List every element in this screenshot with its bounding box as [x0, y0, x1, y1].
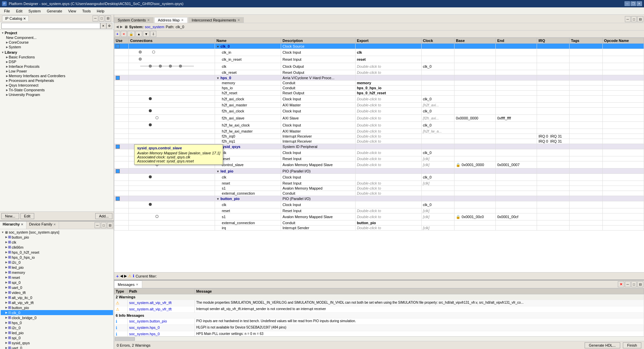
address-map-close[interactable]: ✕: [181, 18, 184, 22]
table-row[interactable]: ▼ led_pio PIO (Parallel I/O): [114, 168, 644, 174]
table-row[interactable]: ▼ button_pio PIO (Parallel I/O): [114, 196, 644, 201]
use-checkbox[interactable]: [116, 145, 120, 149]
system-minimize[interactable]: ─: [625, 16, 631, 22]
lib-processors[interactable]: ▶ Processors and Peripherals: [1, 78, 113, 83]
table-row[interactable]: memory Conduit memory: [114, 81, 644, 86]
hier-i2c0[interactable]: ▶ ⊞ i2c_0: [1, 260, 113, 265]
project-new-component[interactable]: New Component...: [1, 35, 113, 40]
hier-clk-0[interactable]: ▶ ⊞ clk_0: [1, 310, 113, 315]
lock-button[interactable]: 🔒: [127, 31, 135, 37]
table-row[interactable]: h2f_axi_master AXI Master Double-click t…: [114, 103, 644, 108]
system-contents-tab[interactable]: System Contents ✕: [114, 17, 154, 23]
messages-close-btn[interactable]: ✕: [618, 281, 624, 287]
messages-scrollbar[interactable]: [114, 336, 644, 341]
hierarchy-restore[interactable]: ⊟: [107, 222, 113, 228]
hier-alt-vip-vfr[interactable]: ▶ ⊞ alt_vip_vfr_tft: [1, 300, 113, 305]
msg-path-link[interactable]: soc_system.alt_vip_vfr_tft: [129, 307, 172, 311]
ip-catalog-close[interactable]: ✕: [23, 17, 26, 20]
expand-button[interactable]: ▼: [216, 197, 219, 201]
table-row[interactable]: f2h_irq0 Interrupt Receiver Double-click…: [114, 134, 644, 139]
hier-root[interactable]: ▼ 🖥 soc_system [soc_system.qsys]: [1, 230, 113, 235]
lib-dsp[interactable]: ▶ DSP: [1, 59, 113, 64]
lib-university[interactable]: ▶ University Program: [1, 92, 113, 97]
hierarchy-tab[interactable]: Hierarchy ✕: [0, 221, 26, 229]
msg-row[interactable]: ℹ soc_system.button_pio PIO inputs are n…: [114, 318, 644, 325]
hier-clk66m[interactable]: ▶ ⊞ clk66m: [1, 245, 113, 250]
table-row[interactable]: ▼ clk_0 Clock Source: [114, 44, 644, 49]
hierarchy-tab-close[interactable]: ✕: [21, 223, 23, 226]
lib-qsys-interconnect[interactable]: ▶ Qsys Interconnect: [1, 83, 113, 88]
project-header[interactable]: ▼ Project: [1, 31, 113, 35]
table-row[interactable]: clk Clock Output Double-click to clk_0: [114, 63, 644, 70]
close-button[interactable]: ✕: [637, 1, 642, 6]
table-row[interactable]: reset Reset Input Double-click to [clk]: [114, 181, 644, 186]
hier-uart0[interactable]: ▶ ⊞ uart_0: [1, 285, 113, 290]
search-settings-button[interactable]: ⚙: [106, 23, 112, 29]
ip-catalog-restore[interactable]: ⊟: [105, 15, 111, 21]
menu-generate[interactable]: Generate: [44, 8, 65, 14]
lib-tri-state[interactable]: ▶ Tri-State Components: [1, 88, 113, 92]
hier-hps-io[interactable]: ▶ ⊞ hps_0_hps_io: [1, 255, 113, 260]
expand-button[interactable]: ▼: [216, 170, 219, 173]
table-row[interactable]: clk Clock Input clk_0: [114, 201, 644, 208]
table-row[interactable]: h2f_axi_clock Clock Input Double-click t…: [114, 96, 644, 103]
table-row[interactable]: hps_io Conduit hps_0_hps_io: [114, 86, 644, 91]
ip-catalog-tab[interactable]: IP Catalog ✕: [2, 15, 29, 21]
table-row[interactable]: external_connection Conduit button_pio: [114, 220, 644, 226]
hier-led-pio[interactable]: ▶ ⊞ led_pio: [1, 265, 113, 270]
path-forward-button[interactable]: ▶: [120, 25, 123, 29]
hier-memory[interactable]: ▶ ⊞ memory: [1, 270, 113, 275]
filter-nav-back[interactable]: ◀: [120, 274, 123, 278]
finish-button[interactable]: Finish: [623, 342, 641, 348]
restore-button[interactable]: ❐: [631, 1, 636, 6]
hier-button-pio[interactable]: ▶ ⊞ button_pio: [1, 235, 113, 240]
messages-tab-close[interactable]: ✕: [136, 283, 139, 286]
lib-interface-protocols[interactable]: ▶ Interface Protocols: [1, 64, 113, 69]
ip-catalog-maximize[interactable]: □: [99, 15, 104, 21]
menu-file[interactable]: File: [1, 8, 13, 14]
table-row[interactable]: ▼ hps_0 Arria V/Cyclone V Hard Proce...: [114, 75, 644, 81]
table-row[interactable]: clk_in_reset Reset Input reset: [114, 56, 644, 63]
use-checkbox[interactable]: [116, 169, 120, 173]
interconnect-req-tab[interactable]: Interconnect Requirements ✕: [188, 17, 244, 23]
hier-hps-h2f-reset[interactable]: ▶ ⊞ hps_0_h2f_reset: [1, 250, 113, 255]
generate-hdl-button[interactable]: Generate HDL...: [585, 342, 620, 348]
table-row[interactable]: s1 Avalon Memory Mapped Double-click to: [114, 186, 644, 191]
edit-button[interactable]: Edit: [20, 213, 34, 219]
table-row[interactable]: irq Interrupt Sender Double-click to [cl…: [114, 226, 644, 231]
menu-edit[interactable]: Edit: [13, 8, 25, 14]
system-restore[interactable]: ⊟: [637, 16, 643, 22]
hier-led-pio2[interactable]: ▶ ⊞ led_pio: [1, 330, 113, 335]
msg-row[interactable]: ⚠ soc_system.alt_vip_vfr_tft Interrupt s…: [114, 306, 644, 313]
hierarchy-minimize[interactable]: ─: [95, 222, 100, 228]
hier-hps0[interactable]: ▶ ⊞ hps_0: [1, 320, 113, 325]
messages-tab[interactable]: Messages ✕: [114, 281, 142, 288]
hier-spi0[interactable]: ▶ ⊞ spi_0: [1, 280, 113, 285]
hier-i2c0-2[interactable]: ▶ ⊞ i2c_0: [1, 325, 113, 330]
table-row[interactable]: clk_reset Reset Output Double-click to: [114, 70, 644, 75]
hier-video-tft[interactable]: ▶ ⊞ video_tft: [1, 290, 113, 295]
expand-button[interactable]: ▼: [216, 45, 219, 48]
table-row[interactable]: f2h_axi_clock Clock Input Double-click t…: [114, 108, 644, 115]
msg-row[interactable]: ℹ soc_system.hps_0 HPS Main PLL counter …: [114, 331, 644, 337]
menu-help[interactable]: Help: [94, 8, 107, 14]
address-map-tab[interactable]: Address Map ✕: [154, 17, 187, 23]
hier-clock-bridge[interactable]: ▶ ⊞ clock_bridge_0: [1, 315, 113, 320]
hier-alt-vip-itc[interactable]: ▶ ⊞ alt_vip_itc_0: [1, 295, 113, 300]
system-contents-close[interactable]: ✕: [147, 18, 150, 22]
project-core-course[interactable]: ▶ CoreCourse: [1, 40, 113, 45]
search-clear-button[interactable]: ✕: [100, 23, 106, 29]
msg-row[interactable]: ⚠ soc_system.alt_vip_vfr_tft The module …: [114, 300, 644, 306]
use-checkbox[interactable]: [116, 197, 120, 201]
msg-path-link[interactable]: soc_system.alt_vip_vfr_tft: [129, 301, 172, 305]
msg-path-link[interactable]: soc_system.hps_0: [129, 326, 160, 330]
minimize-button[interactable]: ─: [625, 1, 630, 6]
hier-clk[interactable]: ▶ ⊞ clk: [1, 240, 113, 245]
move-down-button[interactable]: ▼: [143, 31, 150, 37]
hier-sysid[interactable]: ▶ ⊞ sysid_qsys: [1, 340, 113, 345]
path-system[interactable]: soc_system: [145, 25, 164, 29]
table-row[interactable]: s1 Avalon Memory Mapped Slave Double-cli…: [114, 213, 644, 220]
path-back-button[interactable]: ◀: [116, 25, 119, 29]
messages-restore[interactable]: ⊟: [637, 281, 643, 287]
table-row[interactable]: external_connection Conduit Double-click…: [114, 191, 644, 196]
